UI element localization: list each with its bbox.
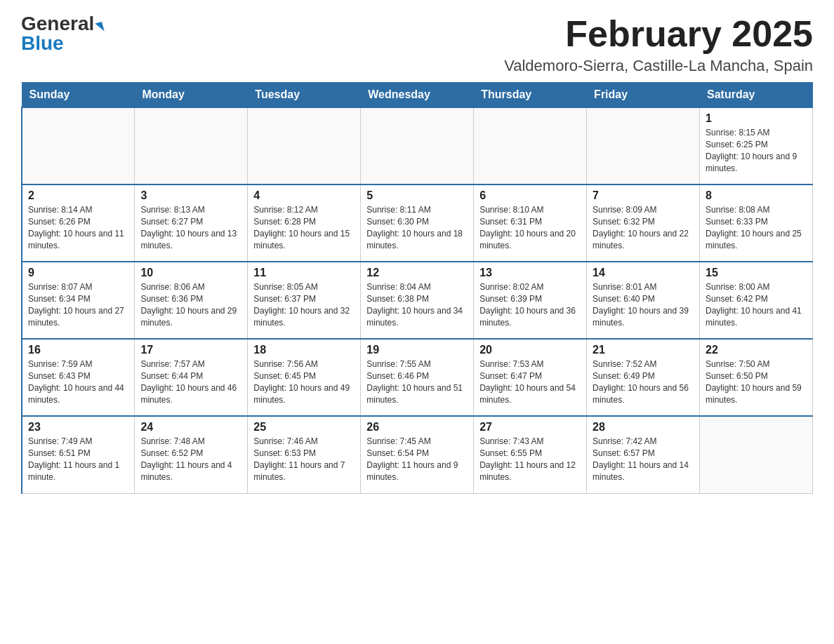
calendar-cell: 14Sunrise: 8:01 AM Sunset: 6:40 PM Dayli… [587, 262, 700, 339]
day-number: 11 [253, 267, 355, 279]
day-info: Sunrise: 7:48 AM Sunset: 6:52 PM Dayligh… [140, 436, 241, 483]
calendar-cell: 1Sunrise: 8:15 AM Sunset: 6:25 PM Daylig… [700, 107, 813, 185]
day-number: 18 [253, 344, 355, 356]
calendar-header: SundayMondayTuesdayWednesdayThursdayFrid… [22, 83, 813, 108]
calendar-cell: 9Sunrise: 8:07 AM Sunset: 6:34 PM Daylig… [22, 262, 135, 339]
calendar-cell: 15Sunrise: 8:00 AM Sunset: 6:42 PM Dayli… [700, 262, 813, 339]
day-info: Sunrise: 8:11 AM Sunset: 6:30 PM Dayligh… [366, 204, 468, 251]
week-row-2: 2Sunrise: 8:14 AM Sunset: 6:26 PM Daylig… [22, 185, 813, 262]
header-tuesday: Tuesday [248, 83, 361, 108]
calendar-cell: 10Sunrise: 8:06 AM Sunset: 6:36 PM Dayli… [135, 262, 248, 339]
calendar-title: February 2025 [504, 14, 813, 54]
calendar-cell: 17Sunrise: 7:57 AM Sunset: 6:44 PM Dayli… [135, 339, 248, 416]
calendar-cell: 19Sunrise: 7:55 AM Sunset: 6:46 PM Dayli… [361, 339, 474, 416]
day-number: 9 [28, 267, 128, 279]
day-info: Sunrise: 8:10 AM Sunset: 6:31 PM Dayligh… [479, 204, 581, 251]
calendar-cell: 20Sunrise: 7:53 AM Sunset: 6:47 PM Dayli… [474, 339, 587, 416]
calendar-cell: 7Sunrise: 8:09 AM Sunset: 6:32 PM Daylig… [587, 185, 700, 262]
calendar-cell [361, 107, 474, 185]
calendar-cell [474, 107, 587, 185]
calendar-cell: 3Sunrise: 8:13 AM Sunset: 6:27 PM Daylig… [135, 185, 248, 262]
calendar-cell: 21Sunrise: 7:52 AM Sunset: 6:49 PM Dayli… [587, 339, 700, 416]
header-thursday: Thursday [474, 83, 587, 108]
day-number: 16 [28, 344, 128, 356]
day-info: Sunrise: 7:57 AM Sunset: 6:44 PM Dayligh… [140, 358, 241, 405]
calendar-cell: 24Sunrise: 7:48 AM Sunset: 6:52 PM Dayli… [135, 416, 248, 493]
calendar-cell: 11Sunrise: 8:05 AM Sunset: 6:37 PM Dayli… [248, 262, 361, 339]
day-info: Sunrise: 8:04 AM Sunset: 6:38 PM Dayligh… [366, 281, 468, 328]
day-info: Sunrise: 8:12 AM Sunset: 6:28 PM Dayligh… [253, 204, 355, 251]
calendar-cell: 18Sunrise: 7:56 AM Sunset: 6:45 PM Dayli… [248, 339, 361, 416]
day-number: 24 [140, 421, 241, 434]
day-info: Sunrise: 7:53 AM Sunset: 6:47 PM Dayligh… [479, 358, 581, 405]
calendar-cell: 4Sunrise: 8:12 AM Sunset: 6:28 PM Daylig… [248, 185, 361, 262]
logo-triangle-icon [95, 22, 105, 33]
day-number: 6 [479, 189, 581, 202]
day-number: 20 [479, 344, 581, 356]
calendar-cell [22, 107, 135, 185]
day-number: 4 [253, 189, 355, 202]
week-row-4: 16Sunrise: 7:59 AM Sunset: 6:43 PM Dayli… [22, 339, 813, 416]
day-info: Sunrise: 8:08 AM Sunset: 6:33 PM Dayligh… [706, 204, 807, 251]
day-info: Sunrise: 7:45 AM Sunset: 6:54 PM Dayligh… [366, 436, 468, 483]
logo-blue: Blue [21, 32, 64, 54]
day-number: 19 [366, 344, 468, 356]
calendar-cell [700, 416, 813, 493]
logo-text: General [21, 14, 103, 34]
day-info: Sunrise: 8:05 AM Sunset: 6:37 PM Dayligh… [253, 281, 355, 328]
calendar-table: SundayMondayTuesdayWednesdayThursdayFrid… [21, 82, 813, 494]
day-number: 27 [479, 421, 581, 434]
day-number: 1 [706, 112, 807, 125]
week-row-1: 1Sunrise: 8:15 AM Sunset: 6:25 PM Daylig… [22, 107, 813, 185]
header-wednesday: Wednesday [361, 83, 474, 108]
logo: General Blue [21, 14, 103, 53]
day-info: Sunrise: 7:42 AM Sunset: 6:57 PM Dayligh… [593, 436, 694, 483]
day-number: 12 [366, 267, 468, 279]
title-area: February 2025 Valdemoro-Sierra, Castille… [504, 14, 813, 75]
logo-general: General [21, 13, 94, 34]
header-friday: Friday [587, 83, 700, 108]
day-info: Sunrise: 7:55 AM Sunset: 6:46 PM Dayligh… [366, 358, 468, 405]
day-number: 13 [479, 267, 581, 279]
day-number: 22 [706, 344, 807, 356]
calendar-cell: 27Sunrise: 7:43 AM Sunset: 6:55 PM Dayli… [474, 416, 587, 493]
day-info: Sunrise: 7:52 AM Sunset: 6:49 PM Dayligh… [593, 358, 694, 405]
day-info: Sunrise: 8:00 AM Sunset: 6:42 PM Dayligh… [706, 281, 807, 328]
day-info: Sunrise: 8:13 AM Sunset: 6:27 PM Dayligh… [140, 204, 241, 251]
day-number: 8 [706, 189, 807, 202]
header-row: SundayMondayTuesdayWednesdayThursdayFrid… [22, 83, 813, 108]
calendar-cell: 23Sunrise: 7:49 AM Sunset: 6:51 PM Dayli… [22, 416, 135, 493]
day-info: Sunrise: 8:07 AM Sunset: 6:34 PM Dayligh… [28, 281, 128, 328]
header-saturday: Saturday [700, 83, 813, 108]
calendar-cell: 26Sunrise: 7:45 AM Sunset: 6:54 PM Dayli… [361, 416, 474, 493]
day-info: Sunrise: 8:06 AM Sunset: 6:36 PM Dayligh… [140, 281, 241, 328]
day-number: 5 [366, 189, 468, 202]
calendar-cell [135, 107, 248, 185]
day-info: Sunrise: 7:50 AM Sunset: 6:50 PM Dayligh… [706, 358, 807, 405]
calendar-cell: 25Sunrise: 7:46 AM Sunset: 6:53 PM Dayli… [248, 416, 361, 493]
day-number: 21 [593, 344, 694, 356]
day-number: 2 [28, 189, 128, 202]
day-number: 3 [140, 189, 241, 202]
day-number: 25 [253, 421, 355, 434]
day-number: 17 [140, 344, 241, 356]
calendar-cell: 2Sunrise: 8:14 AM Sunset: 6:26 PM Daylig… [22, 185, 135, 262]
day-number: 10 [140, 267, 241, 279]
day-number: 15 [706, 267, 807, 279]
day-info: Sunrise: 8:09 AM Sunset: 6:32 PM Dayligh… [593, 204, 694, 251]
calendar-cell [587, 107, 700, 185]
calendar-cell: 22Sunrise: 7:50 AM Sunset: 6:50 PM Dayli… [700, 339, 813, 416]
day-info: Sunrise: 7:49 AM Sunset: 6:51 PM Dayligh… [28, 436, 128, 483]
day-number: 23 [28, 421, 128, 434]
day-info: Sunrise: 7:56 AM Sunset: 6:45 PM Dayligh… [253, 358, 355, 405]
day-info: Sunrise: 8:01 AM Sunset: 6:40 PM Dayligh… [593, 281, 694, 328]
calendar-body: 1Sunrise: 8:15 AM Sunset: 6:25 PM Daylig… [22, 107, 813, 493]
day-info: Sunrise: 8:15 AM Sunset: 6:25 PM Dayligh… [706, 127, 807, 174]
calendar-cell: 6Sunrise: 8:10 AM Sunset: 6:31 PM Daylig… [474, 185, 587, 262]
day-number: 26 [366, 421, 468, 434]
day-info: Sunrise: 7:59 AM Sunset: 6:43 PM Dayligh… [28, 358, 128, 405]
day-info: Sunrise: 7:43 AM Sunset: 6:55 PM Dayligh… [479, 436, 581, 483]
calendar-cell: 16Sunrise: 7:59 AM Sunset: 6:43 PM Dayli… [22, 339, 135, 416]
day-info: Sunrise: 8:14 AM Sunset: 6:26 PM Dayligh… [28, 204, 128, 251]
week-row-5: 23Sunrise: 7:49 AM Sunset: 6:51 PM Dayli… [22, 416, 813, 493]
